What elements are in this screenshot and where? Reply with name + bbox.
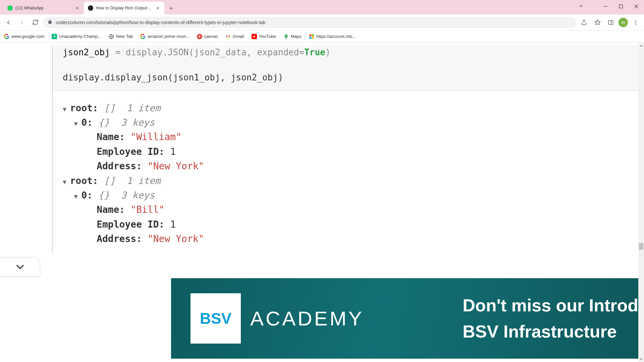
code-cell: json2_obj = display.JSON(json2_data, exp… <box>53 45 644 91</box>
menu-button[interactable] <box>630 17 641 28</box>
collapse-toggle[interactable] <box>0 257 40 277</box>
new-tab-button[interactable]: + <box>166 4 176 13</box>
globe-icon <box>109 34 114 39</box>
svg-rect-18 <box>309 37 311 39</box>
browser-titlebar: (12) WhatsApp ✕ How to Display Rich Outp… <box>0 0 644 14</box>
ad-banner[interactable]: BSV ACADEMY Don't miss our Introd BSV In… <box>171 278 638 359</box>
microsoft-icon <box>309 34 314 39</box>
ad-text-line: BSV Infrastructure <box>463 318 638 345</box>
bookmark-unacademy[interactable]: ▼ Unacademy Champ... <box>52 34 101 39</box>
avatar-letter: m <box>621 20 625 25</box>
svg-point-9 <box>635 22 636 23</box>
code-line: display.display_json(json1_obj, json2_ob… <box>63 71 637 84</box>
scroll-down-arrow[interactable]: ▼ <box>638 356 644 362</box>
bookmark-maps[interactable]: Maps <box>283 34 302 39</box>
ad-headline: Don't miss our Introd BSV Infrastructure <box>463 278 638 359</box>
share-button[interactable] <box>578 17 590 28</box>
json-kv-row: Name: "Bill" <box>63 202 637 217</box>
bookmark-google[interactable]: www.google.com <box>4 34 44 39</box>
bookmark-label: Unacademy Champ... <box>59 34 101 39</box>
forward-button[interactable] <box>16 17 28 28</box>
json-kv-row: Employee ID: 1 <box>63 144 637 159</box>
ad-text-line: Don't miss our Introd <box>463 292 638 318</box>
bookmark-youtube[interactable]: YouTube <box>252 34 276 39</box>
scroll-up-arrow[interactable]: ▲ <box>638 43 644 48</box>
window-controls <box>598 0 644 13</box>
json-item-row[interactable]: ▼ 0: {} 3 keys <box>63 188 637 202</box>
json-kv-row: Name: "William" <box>63 130 637 144</box>
json-item-row[interactable]: ▼ 0: {} 3 keys <box>63 115 637 130</box>
bookmark-label: www.google.com <box>11 34 44 39</box>
page-content: json2_obj = display.JSON(json2_data, exp… <box>0 43 644 362</box>
svg-rect-1 <box>619 5 623 8</box>
bookmark-canvas[interactable]: ✱ canvas <box>197 34 218 39</box>
ad-academy-text: ACADEMY <box>250 307 364 330</box>
svg-marker-5 <box>595 20 600 25</box>
svg-rect-19 <box>312 37 314 39</box>
side-panel-button[interactable] <box>605 17 616 28</box>
tab-strip: (12) WhatsApp ✕ How to Display Rich Outp… <box>3 2 164 14</box>
back-button[interactable] <box>3 17 14 28</box>
svg-point-10 <box>635 23 636 24</box>
bookmark-label: canvas <box>204 34 218 39</box>
address-bar[interactable]: coderzcolumn.com/tutorials/python/how-to… <box>43 17 576 28</box>
bookmark-newtab[interactable]: New Tab <box>109 34 133 39</box>
bookmark-label: New Tab <box>116 34 133 39</box>
svg-rect-17 <box>312 34 314 36</box>
bookmark-star-button[interactable] <box>592 17 603 28</box>
bookmark-label: https://account.mic... <box>316 34 356 39</box>
google-icon <box>140 34 146 39</box>
chevron-down-icon <box>13 260 27 274</box>
svg-rect-16 <box>309 34 311 36</box>
site-icon <box>88 5 93 11</box>
bookmark-label: Maps <box>291 34 302 39</box>
tab-search-button[interactable] <box>578 3 584 10</box>
youtube-icon <box>252 34 257 39</box>
json-kv-row: Address: "New York" <box>63 159 637 173</box>
json-root-row[interactable]: ▼ root: [] 1 item <box>63 174 637 188</box>
json-kv-row: Address: "New York" <box>63 232 637 246</box>
ad-logo: BSV <box>191 293 241 344</box>
google-icon <box>4 34 9 39</box>
unacademy-icon: ▼ <box>52 34 57 39</box>
canvas-icon: ✱ <box>197 34 202 39</box>
close-icon[interactable]: ✕ <box>74 5 80 11</box>
svg-point-15 <box>285 35 286 36</box>
json-output: ▼ root: [] 1 item ▼ 0: {} 3 keys Name: "… <box>53 91 644 253</box>
minimize-button[interactable] <box>598 0 613 13</box>
bookmark-label: amazon prime movi... <box>148 34 189 39</box>
bookmark-gmail[interactable]: Gmail <box>225 34 244 39</box>
whatsapp-icon <box>7 5 13 11</box>
browser-toolbar: coderzcolumn.com/tutorials/python/how-to… <box>0 14 644 31</box>
scroll-thumb[interactable] <box>639 243 643 250</box>
maximize-button[interactable] <box>613 0 629 13</box>
bookmark-label: YouTube <box>259 34 276 39</box>
lock-icon <box>48 19 52 25</box>
bookmark-amazon[interactable]: amazon prime movi... <box>140 34 189 39</box>
reload-button[interactable] <box>30 17 41 28</box>
bookmark-microsoft[interactable]: https://account.mic... <box>309 34 356 39</box>
tab-whatsapp[interactable]: (12) WhatsApp ✕ <box>3 2 84 14</box>
svg-point-8 <box>635 20 636 21</box>
tab-coderzcolumn[interactable]: How to Display Rich Outputs (im ✕ <box>84 2 164 14</box>
gmail-icon <box>225 34 231 39</box>
notebook-cell-area: json2_obj = display.JSON(json2_data, exp… <box>52 45 644 253</box>
tab-title: How to Display Rich Outputs (im <box>96 6 152 10</box>
json-kv-row: Employee ID: 1 <box>63 217 637 232</box>
bookmark-label: Gmail <box>233 34 244 39</box>
vertical-scrollbar[interactable]: ▲ ▼ <box>638 43 644 362</box>
close-icon[interactable]: ✕ <box>155 5 160 11</box>
json-root-row[interactable]: ▼ root: [] 1 item <box>63 101 637 115</box>
tab-title: (12) WhatsApp <box>15 6 72 10</box>
url-text: coderzcolumn.com/tutorials/python/how-to… <box>56 20 572 25</box>
maps-icon <box>283 34 289 39</box>
close-window-button[interactable] <box>629 0 644 13</box>
code-line-blank <box>63 57 637 71</box>
bookmarks-bar: www.google.com ▼ Unacademy Champ... New … <box>0 31 644 43</box>
code-line-cut: json2_obj = display.JSON(json2_data, exp… <box>63 47 637 57</box>
profile-avatar[interactable]: m <box>619 18 628 27</box>
svg-rect-6 <box>608 20 613 24</box>
